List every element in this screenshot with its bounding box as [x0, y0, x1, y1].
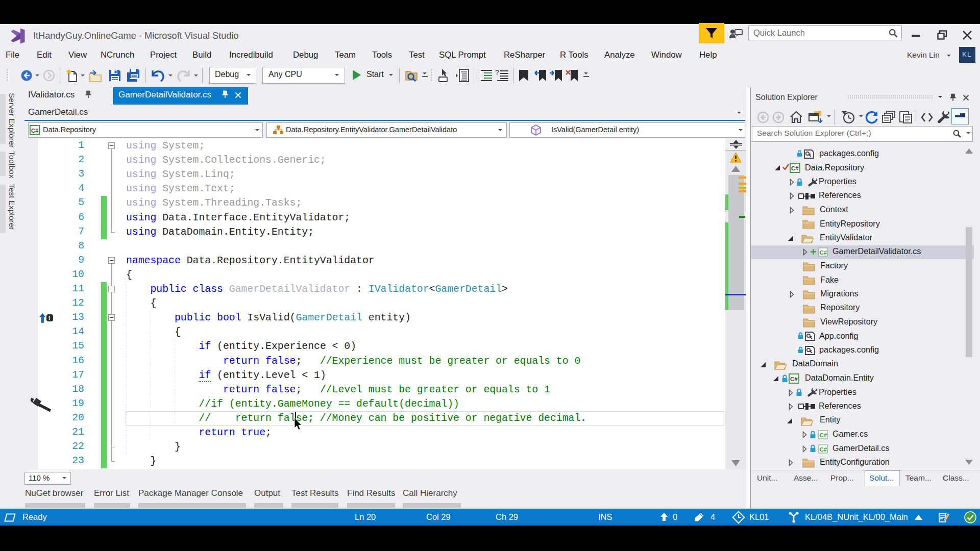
svg-text:C#: C# — [820, 446, 827, 453]
svg-text:C#: C# — [820, 432, 827, 438]
svg-text:C#: C# — [791, 165, 799, 171]
svg-text:I: I — [48, 315, 50, 321]
svg-text:?: ? — [495, 69, 499, 77]
svg-text:C#: C# — [820, 249, 827, 256]
svg-text:C#: C# — [790, 376, 798, 382]
svg-text:C#: C# — [31, 128, 38, 134]
